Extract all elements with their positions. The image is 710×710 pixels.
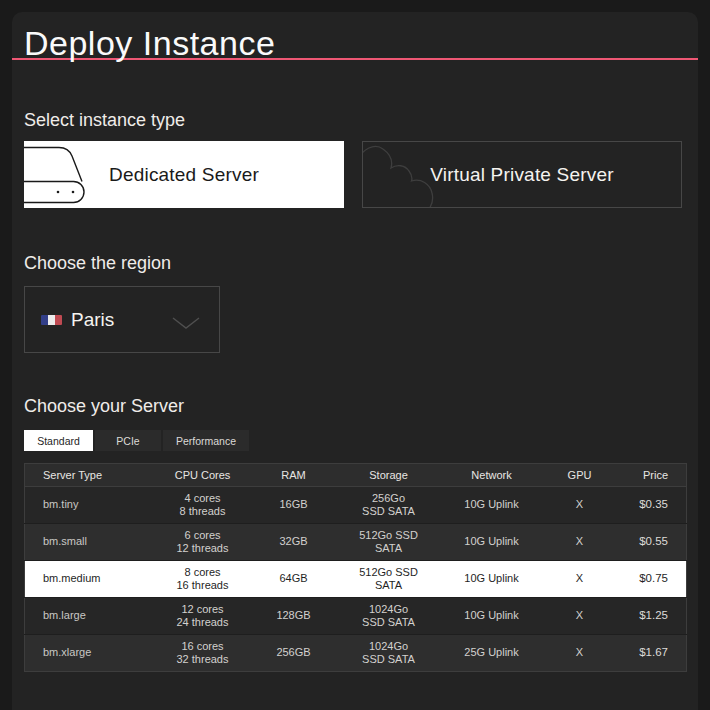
cell-cpu-cores: 8 cores16 threads	[151, 561, 255, 598]
cell-gpu: X	[539, 598, 621, 635]
cell-server-type: bm.tiny	[25, 487, 151, 524]
cell-storage: 1024GoSSD SATA	[333, 598, 445, 635]
column-header-server-type: Server Type	[25, 464, 151, 487]
cell-gpu: X	[539, 487, 621, 524]
main-content: Select instance type Dedicated Server Vi…	[12, 110, 698, 672]
cell-network: 25G Uplink	[445, 635, 539, 672]
cell-cpu-cores: 6 cores12 threads	[151, 524, 255, 561]
instance-type-option-dedicated-server[interactable]: Dedicated Server	[24, 141, 344, 208]
cell-storage: 512Go SSDSATA	[333, 524, 445, 561]
cell-storage: 512Go SSDSATA	[333, 561, 445, 598]
column-header-network: Network	[445, 464, 539, 487]
chevron-down-icon	[171, 315, 201, 331]
region-heading: Choose the region	[24, 253, 686, 274]
column-header-storage: Storage	[333, 464, 445, 487]
instance-type-option-virtual-private-server[interactable]: Virtual Private Server	[362, 141, 682, 208]
table-row-bm.small[interactable]: bm.small6 cores12 threads32GB512Go SSDSA…	[25, 524, 687, 561]
cell-cpu-cores: 4 cores8 threads	[151, 487, 255, 524]
cell-gpu: X	[539, 524, 621, 561]
table-row-bm.xlarge[interactable]: bm.xlarge16 cores32 threads256GB1024GoSS…	[25, 635, 687, 672]
server-icon	[24, 141, 94, 208]
cell-price: $1.25	[621, 598, 687, 635]
table-row-bm.medium[interactable]: bm.medium8 cores16 threads64GB512Go SSDS…	[25, 561, 687, 598]
cell-storage: 256GoSSD SATA	[333, 487, 445, 524]
table-header-row: Server Type CPU Cores RAM Storage Networ…	[25, 464, 687, 487]
cell-ram: 16GB	[255, 487, 333, 524]
cell-gpu: X	[539, 561, 621, 598]
cell-storage: 1024GoSSD SATA	[333, 635, 445, 672]
column-header-price: Price	[621, 464, 687, 487]
tab-pcie[interactable]: PCIe	[95, 430, 161, 451]
cell-network: 10G Uplink	[445, 487, 539, 524]
column-header-ram: RAM	[255, 464, 333, 487]
table-row-bm.tiny[interactable]: bm.tiny4 cores8 threads16GB256GoSSD SATA…	[25, 487, 687, 524]
instance-type-heading: Select instance type	[24, 110, 686, 131]
cell-ram: 128GB	[255, 598, 333, 635]
column-header-cpu-cores: CPU Cores	[151, 464, 255, 487]
column-header-gpu: GPU	[539, 464, 621, 487]
cell-network: 10G Uplink	[445, 561, 539, 598]
tab-standard[interactable]: Standard	[24, 430, 93, 451]
cloud-icon	[363, 142, 443, 208]
server-heading: Choose your Server	[24, 396, 686, 417]
cell-price: $1.67	[621, 635, 687, 672]
cell-server-type: bm.xlarge	[25, 635, 151, 672]
instance-type-cards: Dedicated Server Virtual Private Server	[24, 141, 686, 208]
server-table-body: bm.tiny4 cores8 threads16GB256GoSSD SATA…	[25, 487, 687, 672]
cell-server-type: bm.small	[25, 524, 151, 561]
cell-cpu-cores: 12 cores24 threads	[151, 598, 255, 635]
cell-price: $0.35	[621, 487, 687, 524]
cell-cpu-cores: 16 cores32 threads	[151, 635, 255, 672]
france-flag-icon	[41, 315, 62, 325]
cell-server-type: bm.large	[25, 598, 151, 635]
instance-type-label: Virtual Private Server	[430, 164, 614, 186]
server-table: Server Type CPU Cores RAM Storage Networ…	[24, 463, 687, 672]
tab-performance[interactable]: Performance	[163, 430, 249, 451]
page-title: Deploy Instance	[12, 12, 698, 61]
cell-price: $0.55	[621, 524, 687, 561]
table-row-bm.large[interactable]: bm.large12 cores24 threads128GB1024GoSSD…	[25, 598, 687, 635]
deploy-panel: Deploy Instance Select instance type Ded…	[12, 12, 698, 710]
cell-ram: 256GB	[255, 635, 333, 672]
cell-price: $0.75	[621, 561, 687, 598]
cell-gpu: X	[539, 635, 621, 672]
cell-ram: 64GB	[255, 561, 333, 598]
cell-network: 10G Uplink	[445, 524, 539, 561]
region-selected-label: Paris	[71, 309, 114, 331]
server-tabs: Standard PCIe Performance	[24, 430, 686, 451]
cell-network: 10G Uplink	[445, 598, 539, 635]
instance-type-label: Dedicated Server	[109, 164, 259, 186]
cell-server-type: bm.medium	[25, 561, 151, 598]
cell-ram: 32GB	[255, 524, 333, 561]
region-select[interactable]: Paris	[24, 286, 220, 353]
